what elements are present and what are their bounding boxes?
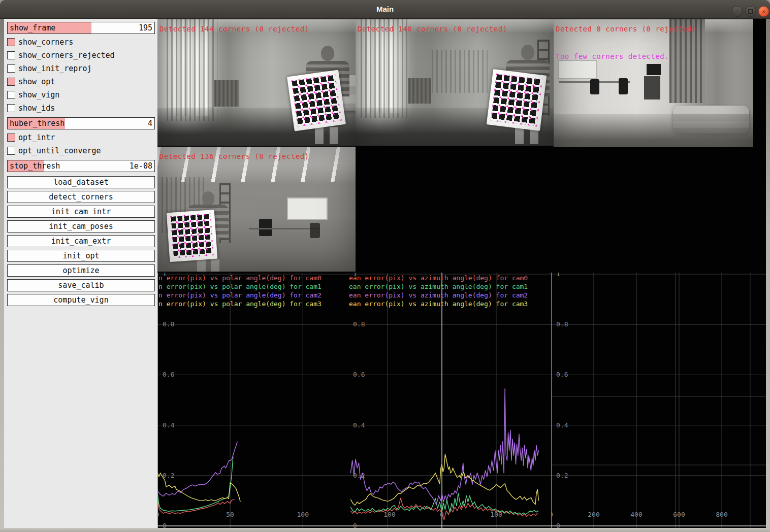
- cam0-status-text: Detected 144 corners (0 rejected): [159, 25, 309, 33]
- checkbox-label: show_corners_rejected: [18, 51, 115, 60]
- checkbox-opt_intr[interactable]: opt_intr: [7, 134, 155, 142]
- svg-text:0.2: 0.2: [163, 472, 174, 479]
- slider-label: show_frame: [10, 23, 55, 32]
- checkbox-show_vign[interactable]: show_vign: [7, 91, 155, 99]
- svg-text:400: 400: [630, 511, 642, 518]
- button-init_cam_poses[interactable]: init_cam_poses: [7, 220, 155, 232]
- checkbox-label: show_vign: [18, 90, 59, 99]
- slider-huber_thresh[interactable]: huber_thresh 4: [7, 117, 155, 129]
- svg-text:n error(pix) vs polar angle(de: n error(pix) vs polar angle(deg) for cam…: [158, 300, 322, 308]
- button-init_opt[interactable]: init_opt: [7, 250, 155, 262]
- close-button[interactable]: ✕: [758, 6, 769, 17]
- checkbox-label: opt_intr: [18, 133, 55, 142]
- button-optimize[interactable]: optimize: [7, 264, 155, 277]
- control-sidebar: show_frame 195 show_corners show_corners…: [4, 19, 157, 528]
- slider-label: stop_thresh: [10, 161, 60, 171]
- plot-polar-error[interactable]: 00.20.40.60.81050100n error(pix) vs pola…: [157, 273, 348, 528]
- checkbox-box: [7, 38, 15, 46]
- cam1-vignette-overlay: [356, 19, 554, 146]
- cam2-status-text: Detected 0 corners (0 rejected): [556, 25, 696, 33]
- svg-text:0.8: 0.8: [353, 320, 365, 328]
- button-detect_corners[interactable]: detect_corners: [7, 191, 155, 203]
- svg-text:ean error(pix) vs azimuth angl: ean error(pix) vs azimuth angle(deg) for…: [349, 283, 528, 290]
- slider-label: huber_thresh: [10, 119, 65, 128]
- svg-text:ean error(pix) vs azimuth angl: ean error(pix) vs azimuth angle(deg) for…: [349, 300, 528, 308]
- svg-text:-100: -100: [379, 511, 395, 518]
- slider-value: 195: [139, 23, 152, 32]
- slider-value: 1e-08: [130, 161, 152, 171]
- main-view-area: Detected 144 corners (0 rejected) Detect…: [157, 19, 766, 528]
- svg-text:n error(pix) vs polar angle(de: n error(pix) vs polar angle(deg) for cam…: [158, 283, 322, 290]
- cam2-vignette-overlay: [554, 19, 753, 147]
- cam1-status-text: Detected 140 corners (0 rejected): [358, 25, 507, 33]
- button-init_cam_extr[interactable]: init_cam_extr: [7, 235, 155, 247]
- cam3-status-text: Detected 136 corners (0 rejected): [159, 152, 309, 160]
- checkbox-label: show_opt: [18, 77, 55, 86]
- checkbox-box: [7, 51, 15, 59]
- svg-text:n error(pix) vs polar angle(de: n error(pix) vs polar angle(deg) for cam…: [158, 274, 322, 282]
- checkbox-show_ids[interactable]: show_ids: [7, 104, 155, 112]
- plot-vignette[interactable]: 00.20.40.60.810200400600800: [551, 273, 766, 528]
- svg-text:0.2: 0.2: [556, 472, 568, 479]
- camera-view-cam1[interactable]: Detected 140 corners (0 rejected): [356, 19, 554, 146]
- checkbox-box: [7, 134, 15, 142]
- checkbox-box: [7, 91, 15, 99]
- checkbox-label: opt_until_converge: [18, 146, 101, 155]
- svg-text:200: 200: [588, 511, 599, 518]
- svg-text:0: 0: [556, 522, 560, 528]
- minimize-button[interactable]: —: [732, 6, 743, 17]
- button-compute_vign[interactable]: compute_vign: [7, 294, 155, 306]
- svg-text:ean error(pix) vs azimuth angl: ean error(pix) vs azimuth angle(deg) for…: [349, 274, 528, 282]
- app-window: Main — ✕ show_frame 195 show_corners sho…: [0, 0, 770, 532]
- checkbox-show_init_reproj[interactable]: show_init_reproj: [7, 64, 155, 73]
- maximize-icon: [748, 9, 753, 14]
- window-border-bottom: [0, 528, 770, 532]
- svg-text:0.6: 0.6: [353, 371, 365, 378]
- button-load_dataset[interactable]: load_dataset: [7, 176, 155, 188]
- checkbox-show_opt[interactable]: show_opt: [7, 78, 155, 86]
- svg-text:0.4: 0.4: [163, 421, 175, 429]
- svg-text:800: 800: [716, 511, 727, 518]
- checkbox-label: show_ids: [18, 104, 55, 113]
- checkbox-label: show_init_reproj: [18, 64, 92, 73]
- svg-text:0.8: 0.8: [556, 320, 568, 328]
- camera-view-cam3[interactable]: Detected 136 corners (0 rejected): [157, 147, 356, 272]
- checkbox-box: [7, 104, 15, 112]
- window-border-right: [766, 19, 770, 528]
- svg-text:100: 100: [297, 511, 309, 518]
- slider-stop_thresh[interactable]: stop_thresh 1e-08: [7, 160, 155, 172]
- title-bar[interactable]: Main — ✕: [0, 0, 770, 19]
- button-save_calib[interactable]: save_calib: [7, 279, 155, 291]
- svg-text:1: 1: [556, 273, 560, 278]
- plot-azimuth-error[interactable]: 00.20.40.60.81-1000100ean error(pix) vs …: [348, 273, 551, 528]
- checkbox-box: [7, 147, 15, 155]
- svg-text:0.4: 0.4: [556, 421, 568, 429]
- checkbox-box: [7, 78, 15, 86]
- svg-text:600: 600: [673, 511, 685, 518]
- slider-show_frame[interactable]: show_frame 195: [7, 22, 155, 34]
- button-init_cam_intr[interactable]: init_cam_intr: [7, 206, 155, 218]
- svg-text:0.4: 0.4: [353, 421, 365, 429]
- cam2-warning-text: Too few corners detected.: [556, 52, 669, 60]
- svg-text:0.6: 0.6: [556, 371, 568, 378]
- camera-view-cam0[interactable]: Detected 144 corners (0 rejected): [157, 19, 356, 146]
- checkbox-box: [7, 64, 15, 73]
- svg-text:0: 0: [163, 522, 167, 528]
- checkbox-show_corners_rejected[interactable]: show_corners_rejected: [7, 51, 155, 59]
- checkbox-opt_until_converge[interactable]: opt_until_converge: [7, 147, 155, 155]
- svg-text:0: 0: [551, 511, 553, 518]
- checkbox-show_corners[interactable]: show_corners: [7, 38, 155, 46]
- svg-text:0: 0: [157, 511, 159, 518]
- camera-view-cam2[interactable]: Detected 0 corners (0 rejected) Too few …: [554, 19, 753, 147]
- svg-text:0.8: 0.8: [163, 320, 174, 328]
- svg-text:0: 0: [353, 522, 357, 528]
- svg-text:n error(pix) vs polar angle(de: n error(pix) vs polar angle(deg) for cam…: [158, 291, 322, 299]
- window-title: Main: [0, 5, 770, 13]
- svg-text:ean error(pix) vs azimuth angl: ean error(pix) vs azimuth angle(deg) for…: [349, 291, 528, 299]
- slider-value: 4: [148, 119, 152, 128]
- svg-text:50: 50: [226, 511, 234, 518]
- checkbox-label: show_corners: [18, 38, 73, 47]
- window-border-left: [0, 19, 4, 528]
- maximize-button[interactable]: [745, 6, 756, 17]
- cam3-vignette-overlay: [157, 147, 356, 272]
